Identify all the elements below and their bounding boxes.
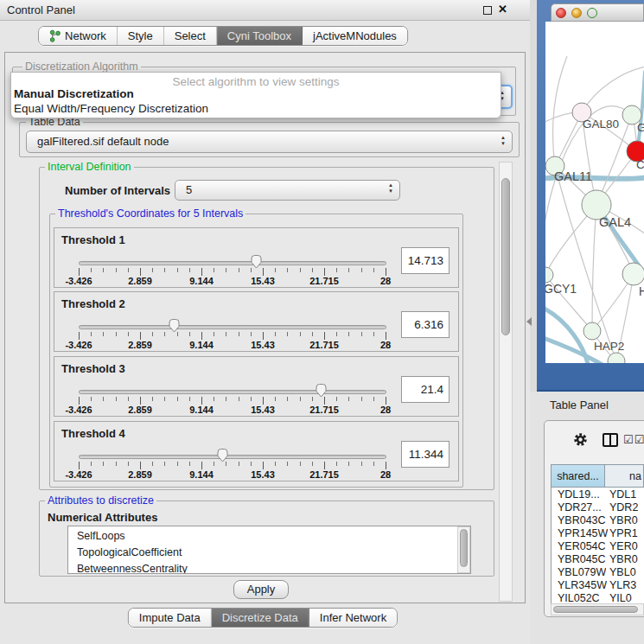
table-cell[interactable]: YIL052C (558, 592, 600, 603)
threshold-3-label: Threshold 3 (61, 362, 125, 375)
tab-impute-data[interactable]: Impute Data (129, 609, 212, 627)
tab-network[interactable]: Network (39, 27, 118, 45)
select-columns-icon[interactable]: ☑☑ (623, 433, 644, 446)
threshold-1-slider-handle[interactable] (250, 254, 263, 269)
table-cell[interactable]: YBR0 (609, 553, 638, 566)
node-label: HAP2 (594, 340, 624, 353)
axis-label: 28 (380, 276, 391, 286)
threshold-2-value-field[interactable]: 6.316 (401, 311, 450, 338)
node-h[interactable] (622, 263, 644, 285)
combo-stepper-icon: ▲▼ (501, 135, 506, 147)
column-header-label: na (629, 470, 641, 482)
table-cell[interactable]: YIL0 (609, 592, 632, 603)
table-cell[interactable]: YDR27... (558, 501, 602, 514)
tick-marks (79, 268, 386, 272)
axis-label: 21.715 (309, 469, 339, 480)
axis-label: 15.43 (251, 469, 275, 480)
table-cell[interactable]: YBL079W (558, 566, 606, 579)
control-panel: Control Panel ✕ Network Style Select Cyn… (0, 0, 530, 644)
threshold-4-slider-track[interactable] (79, 455, 386, 459)
dropdown-prompt[interactable]: Select algorithm to view settings (11, 75, 501, 88)
axis-label: 2.859 (128, 340, 152, 350)
apply-button[interactable]: Apply (233, 580, 289, 599)
threshold-3-value-field[interactable]: 21.4 (401, 376, 450, 403)
axis-label: 28 (380, 340, 391, 350)
threshold-3-slider-handle[interactable] (315, 383, 328, 398)
table-cell[interactable]: YLR3 (609, 579, 636, 592)
axis-label: 9.144 (189, 340, 214, 350)
column-view-icon[interactable] (603, 433, 618, 447)
content-vertical-scrollbar[interactable] (499, 162, 513, 602)
table-horizontal-scrollbar[interactable] (551, 603, 644, 615)
tick-marks (79, 332, 386, 336)
axis-label: 21.715 (309, 405, 339, 415)
axis-label: 9.144 (189, 276, 214, 286)
threshold-4-label: Threshold 4 (61, 427, 125, 440)
float-window-icon[interactable] (483, 6, 492, 15)
axis-label: 2.859 (128, 469, 152, 480)
table-cell[interactable]: YDL1 (609, 488, 636, 501)
threshold-4-panel: Threshold 4 -3.426 2.859 9.144 15.43 21.… (54, 421, 459, 481)
close-traffic-light-icon[interactable] (556, 8, 566, 18)
table-cell[interactable]: YBR043C (558, 514, 606, 527)
table-data-combobox[interactable]: galFiltered.sif default node ▲▼ (26, 131, 513, 153)
threshold-2-slider-track[interactable] (79, 325, 386, 329)
dropdown-option-equal-width[interactable]: Equal Width/Frequency Discretization (14, 102, 208, 115)
column-header-name[interactable]: na (605, 464, 644, 488)
scrollbar-thumb[interactable] (501, 178, 510, 335)
threshold-2-slider-handle[interactable] (168, 318, 181, 333)
threshold-1-value-field[interactable]: 14.713 (401, 247, 450, 274)
close-icon[interactable]: ✕ (498, 3, 507, 16)
list-item[interactable]: BetweennessCentrality (77, 561, 188, 574)
list-item[interactable]: TopologicalCoefficient (77, 545, 182, 561)
zoom-traffic-light-icon[interactable] (587, 8, 597, 18)
tab-infer-network-label: Infer Network (320, 611, 386, 624)
node-hap2[interactable] (583, 322, 601, 340)
node-gcy1[interactable] (545, 267, 553, 283)
list-item[interactable]: SelfLoops (77, 528, 125, 545)
table-body: YDL19... YDR27... YBR043C YPR145W YER054… (551, 488, 644, 603)
table-cell[interactable]: YER054C (558, 540, 606, 553)
axis-label: 15.43 (251, 340, 275, 350)
table-cell[interactable]: YBR045C (558, 553, 606, 566)
combo-stepper-icon: ▲▼ (388, 182, 393, 194)
axis-label: -3.426 (65, 469, 92, 480)
table-cell[interactable]: YPR145W (558, 527, 608, 540)
table-cell[interactable]: YBR0 (609, 514, 638, 527)
threshold-1-slider-track[interactable] (79, 261, 386, 265)
tab-select[interactable]: Select (164, 27, 217, 45)
table-cell[interactable]: YDR2 (609, 501, 638, 514)
dropdown-option-manual[interactable]: Manual Discretization (14, 87, 134, 100)
node-label: GA (637, 121, 644, 134)
tab-impute-data-label: Impute Data (139, 611, 201, 624)
axis-label: 9.144 (189, 405, 214, 415)
algorithm-group-title: Discretization Algorithm (22, 61, 141, 73)
tab-infer-network[interactable]: Infer Network (309, 609, 397, 627)
threshold-4-slider-handle[interactable] (216, 448, 229, 462)
minimize-traffic-light-icon[interactable] (571, 8, 582, 18)
attributes-group-title: Attributes to discretize (45, 494, 156, 507)
table-cell[interactable]: YDL19... (558, 488, 600, 501)
table-cell[interactable]: YPR1 (609, 527, 638, 540)
tab-discretize-data[interactable]: Discretize Data (212, 609, 309, 627)
panel-divider-handle[interactable] (526, 317, 532, 326)
network-window-titlebar[interactable] (551, 3, 644, 22)
node-label: H (639, 284, 644, 298)
network-canvas[interactable]: GAL80 GA C GAL11 GAL4 GCY1 H HAP2 (545, 22, 644, 363)
scrollbar-thumb[interactable] (553, 606, 638, 613)
list-vertical-scrollbar[interactable] (457, 526, 470, 573)
number-of-intervals-combobox[interactable]: 5 ▲▼ (175, 180, 400, 201)
column-header-shared-name[interactable]: shared... (551, 464, 605, 488)
table-cell[interactable]: YBL0 (609, 566, 636, 579)
node-label: GCY1 (545, 282, 577, 296)
gear-icon[interactable] (573, 432, 588, 447)
threshold-3-slider-track[interactable] (79, 390, 386, 394)
table-cell[interactable]: YER0 (609, 540, 638, 553)
scrollbar-thumb[interactable] (460, 529, 468, 567)
tab-jactivemnodules[interactable]: jActiveMNodules (303, 27, 407, 45)
threshold-4-value-field[interactable]: 11.344 (401, 441, 450, 468)
tab-style[interactable]: Style (118, 27, 164, 45)
tick-marks (79, 462, 386, 466)
table-cell[interactable]: YLR345W (558, 579, 607, 592)
tab-cyni-toolbox[interactable]: Cyni Toolbox (217, 27, 303, 45)
